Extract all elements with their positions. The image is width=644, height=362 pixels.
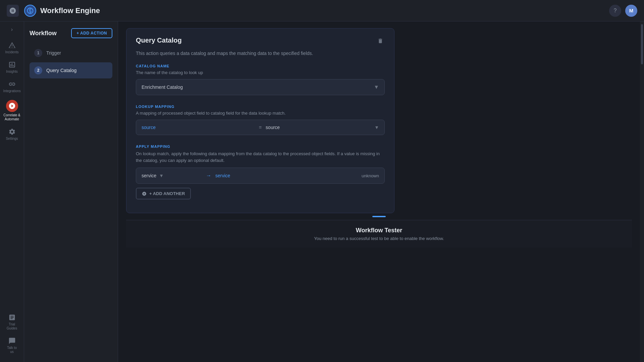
apply-mapping-row: service ▼ → service unknown [136,168,385,184]
correlate-icon-wrap [6,100,18,112]
sidebar-label-talk: Talk tous [7,346,17,354]
lookup-mapping-section: LOOKUP MAPPING A mapping of processed ob… [136,105,385,135]
apply-mapping-section: APPLY MAPPING On lookup match, apply the… [136,144,385,199]
query-catalog-card: Query Catalog This action queries a data… [126,28,394,213]
card-description: This action queries a data catalog and m… [136,51,385,56]
catalog-chevron-icon: ▼ [374,84,379,90]
workflow-engine-icon [24,5,36,17]
step-number-2: 2 [34,66,42,74]
workflow-steps: 1 Trigger 2 Query Catalog [30,45,112,78]
card-header: Query Catalog [136,37,385,47]
scrollbar-track[interactable] [640,21,644,362]
tester-desc: You need to run a successful test to be … [134,236,624,241]
card-title: Query Catalog [136,37,182,44]
sidebar-label-integrations: Integrations [3,89,20,93]
sidebar-item-trial[interactable]: TrialGuides [2,311,22,333]
sidebar-label-settings: Settings [6,137,18,141]
lookup-right-field: source [266,125,280,130]
lookup-left-field[interactable]: source [142,125,255,130]
lookup-chevron-icon: ▼ [374,125,379,130]
step-number-1: 1 [34,49,42,57]
apply-mapping-label: APPLY MAPPING [136,144,385,148]
workflow-step-query-catalog[interactable]: 2 Query Catalog [30,62,112,78]
delete-button[interactable] [376,37,385,47]
apply-left: service ▼ [142,173,202,178]
page-title: Workflow Engine [40,6,609,15]
workflow-nav: Workflow + ADD ACTION 1 Trigger 2 Query … [24,21,118,362]
scrollbar-thumb[interactable] [641,24,643,64]
sidebar: › Incidents Insights Integrations Correl… [0,21,24,362]
workflow-step-trigger[interactable]: 1 Trigger [30,45,112,61]
body-layout: › Incidents Insights Integrations Correl… [0,21,644,362]
add-another-button[interactable]: + ADD ANOTHER [136,188,191,199]
sidebar-label-correlate: Correlate &Automate [3,113,20,121]
avatar[interactable]: M [625,5,637,17]
sidebar-bottom: TrialGuides Talk tous [2,311,22,362]
catalog-name-value: Enrichment Catalog [142,84,183,90]
app-logo[interactable] [7,5,19,17]
apply-mapping-desc: On lookup match, apply the following dat… [136,150,385,164]
scroll-dot [372,216,386,217]
sidebar-item-incidents[interactable]: Incidents [2,39,22,57]
sidebar-item-insights[interactable]: Insights [2,58,22,76]
topbar: Workflow Engine ? M [0,0,644,21]
main-content: Workflow + ADD ACTION 1 Trigger 2 Query … [24,21,644,362]
catalog-name-dropdown[interactable]: Enrichment Catalog ▼ [136,79,385,95]
sidebar-label-incidents: Incidents [5,50,18,54]
help-button[interactable]: ? [609,5,621,17]
sidebar-label-insights: Insights [6,70,17,74]
sidebar-item-correlate[interactable]: Correlate &Automate [2,97,22,124]
step-name-query-catalog: Query Catalog [46,68,76,73]
lookup-mapping-desc: A mapping of processed object field to c… [136,111,385,116]
lookup-right-field-container[interactable]: source ▼ [266,125,379,130]
workflow-nav-title: Workflow [30,30,57,37]
apply-arrow-icon: → [206,173,211,179]
step-name-trigger: Trigger [46,50,61,56]
add-another-label: + ADD ANOTHER [149,191,185,196]
workflow-nav-header: Workflow + ADD ACTION [30,28,112,38]
sidebar-label-trial: TrialGuides [7,322,17,330]
lookup-mapping-row: source = source ▼ [136,120,385,135]
sidebar-item-integrations[interactable]: Integrations [2,78,22,96]
lookup-mapping-label: LOOKUP MAPPING [136,105,385,109]
catalog-name-label: CATALOG NAME [136,64,385,68]
tester-title: Workflow Tester [134,227,624,234]
content-area: Query Catalog This action queries a data… [118,21,640,362]
mapping-equals: = [259,125,262,130]
scroll-indicator [126,213,632,220]
add-action-button[interactable]: + ADD ACTION [71,28,112,38]
catalog-name-section: CATALOG NAME The name of the catalog to … [136,64,385,95]
apply-dropdown-icon[interactable]: ▼ [159,173,164,178]
sidebar-item-settings[interactable]: Settings [2,125,22,143]
apply-left-field: service [142,173,156,178]
apply-default-value[interactable]: unknown [352,173,379,178]
workflow-panel: Workflow + ADD ACTION 1 Trigger 2 Query … [24,21,644,362]
catalog-name-desc: The name of the catalog to look up [136,70,385,75]
sidebar-item-talk[interactable]: Talk tous [2,335,22,357]
topbar-actions: ? M [609,5,637,17]
workflow-tester: Workflow Tester You need to run a succes… [126,220,632,248]
sidebar-toggle[interactable]: › [5,24,19,35]
apply-right-field[interactable]: service [215,173,348,178]
